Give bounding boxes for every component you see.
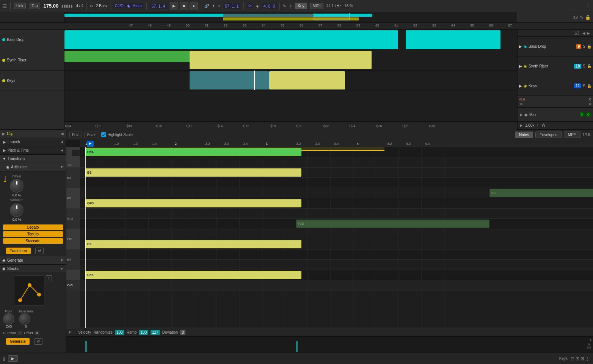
clip-section-1[interactable]: ▶ Clip ◀: [0, 130, 66, 138]
highlight-label: Highlight Scale: [107, 133, 133, 137]
transform-button[interactable]: Transform: [6, 248, 31, 254]
refresh-button[interactable]: ↺: [35, 248, 44, 254]
bars-display[interactable]: 2 Bars: [96, 4, 107, 8]
note-fs3[interactable]: F#3: [296, 220, 489, 228]
key-cs4-black[interactable]: [72, 150, 80, 156]
main-play[interactable]: ▶: [520, 113, 523, 117]
generate-button[interactable]: Generate: [6, 338, 30, 345]
beat-sub-8: [307, 147, 308, 328]
note-cs3[interactable]: C#3: [85, 271, 301, 279]
bottom-icon-4[interactable]: ⋮: [585, 356, 590, 361]
clip-synth-1[interactable]: [64, 51, 209, 62]
rp-keys-play[interactable]: ▶: [519, 84, 522, 88]
vel-collapse-btn[interactable]: ▼: [68, 330, 72, 334]
stacks-header[interactable]: ◉ Stacks ▼: [0, 265, 66, 273]
note-gs3[interactable]: G#3: [85, 199, 301, 207]
staccato-button[interactable]: Staccato: [3, 238, 63, 244]
tap-button[interactable]: Tap: [29, 3, 40, 9]
minimap-content[interactable]: [64, 12, 517, 22]
bottom-icon-1[interactable]: ⊟: [571, 356, 574, 361]
rp-bass-s[interactable]: S: [583, 44, 585, 49]
fold-button[interactable]: Fold: [69, 132, 82, 138]
rp-synth-s[interactable]: S: [583, 64, 585, 68]
select-icon[interactable]: ⊹: [289, 4, 292, 8]
nav-back-icon[interactable]: ◀: [582, 31, 585, 35]
key-ds3-area[interactable]: [66, 270, 80, 280]
stacks-add-button[interactable]: +: [46, 275, 52, 281]
nav-fwd-icon[interactable]: ▶: [587, 31, 590, 35]
clip-synth-riser-main[interactable]: [190, 51, 372, 69]
tenuto-button[interactable]: Tenuto: [3, 231, 63, 237]
note-cs4[interactable]: C#4: [85, 148, 301, 156]
rp-bass-lock[interactable]: 🔒: [587, 44, 591, 49]
set-lock-icon[interactable]: 🔒: [585, 15, 591, 20]
pitch-time-row[interactable]: ▶ Pitch & Time ◀: [0, 146, 66, 155]
clip-bass-drop-2[interactable]: [406, 30, 500, 49]
variation-knob[interactable]: [10, 203, 24, 217]
tab-envelopes[interactable]: Envelopes: [535, 132, 562, 138]
key-e3-area[interactable]: E3: [66, 249, 80, 270]
generate-header[interactable]: ◉ Generate ▼: [0, 256, 66, 265]
hw-w[interactable]: W: [542, 123, 545, 127]
highlight-checkbox[interactable]: [101, 132, 106, 137]
transform-header[interactable]: ▼ Transform: [0, 155, 66, 163]
offset-knob[interactable]: [10, 179, 24, 193]
note-b3[interactable]: B3: [85, 168, 301, 177]
midi-button[interactable]: MIDI: [310, 3, 323, 9]
pr-mark-22: 2.2: [205, 142, 210, 146]
metronome-icon[interactable]: ⊙: [90, 4, 93, 8]
punch-icon[interactable]: ✦: [212, 4, 215, 8]
link-button[interactable]: Link: [14, 3, 26, 9]
bottom-icon-3[interactable]: ⊠: [580, 356, 584, 361]
loop-icon[interactable]: ⟳: [247, 3, 253, 8]
time-sig[interactable]: 4 / 4: [76, 4, 83, 8]
pencil-icon[interactable]: ✎: [283, 4, 286, 8]
scale-button[interactable]: Scale: [84, 132, 99, 138]
key-as3-area[interactable]: A3: [66, 188, 80, 209]
articulate-header[interactable]: ◉ Articulate ▼: [0, 163, 66, 171]
info-icon[interactable]: ℹ: [3, 356, 5, 362]
tab-notes[interactable]: Notes: [515, 132, 533, 138]
rp-keys-lock[interactable]: 🔒: [587, 84, 591, 88]
transport-pos2: 57. 1. 1: [223, 3, 240, 9]
track-empty-area: [64, 91, 517, 121]
launch-row[interactable]: ▶ Launch ◀: [0, 138, 66, 146]
rp-bass-play[interactable]: ▶: [519, 44, 522, 49]
set-edit-icon[interactable]: ✎: [580, 15, 584, 20]
pr-mark-24: 2.4: [243, 142, 248, 146]
bottom-icon-2[interactable]: ⊞: [576, 356, 579, 361]
key-fs3-area[interactable]: F#3: [66, 229, 80, 249]
extra-icon[interactable]: ○: [218, 4, 220, 8]
rp-synth-lock[interactable]: 🔒: [587, 64, 591, 68]
key-scale-display[interactable]: C#/D♭ ◉ Minor: [113, 3, 143, 8]
tab-mpe[interactable]: MPE: [564, 132, 580, 138]
minimap-row: Set ✎ 🔒: [0, 12, 593, 23]
loop-button[interactable]: 🔗: [204, 4, 209, 8]
clip-keys-yellow[interactable]: [269, 71, 345, 89]
rp-keys-s[interactable]: S: [583, 84, 585, 88]
key-c3-area[interactable]: C#3: [66, 280, 80, 290]
extra-icon2[interactable]: ◈: [256, 4, 259, 8]
note-e3[interactable]: E3: [85, 240, 301, 248]
clip-bass-drop-main[interactable]: [64, 30, 398, 49]
play-button[interactable]: ▶: [170, 2, 178, 10]
key-b3[interactable]: B3: [66, 168, 80, 188]
legato-button[interactable]: Legato: [3, 224, 63, 230]
root-knob[interactable]: [3, 313, 14, 325]
hamburger-icon[interactable]: ☰: [2, 3, 7, 9]
play-bottom-btn[interactable]: ▶: [8, 355, 18, 362]
bpm-display[interactable]: 175.00: [43, 3, 58, 9]
record-button[interactable]: ●: [190, 2, 198, 10]
pr-mark-34: 3.4: [334, 142, 339, 146]
key-button[interactable]: Key: [295, 3, 307, 9]
note-a3-right[interactable]: A3: [489, 189, 593, 197]
inversion-label: Inversion: [19, 309, 33, 313]
pr-grid[interactable]: C#4 B3 A3 G#3: [80, 147, 593, 328]
inversion-knob[interactable]: [19, 313, 30, 325]
clip-keys-teal[interactable]: [190, 71, 269, 89]
key-gs3-area[interactable]: G#3: [66, 209, 80, 229]
generate-refresh-button[interactable]: ↺: [34, 338, 42, 345]
stop-button[interactable]: ■: [180, 2, 188, 10]
hw-h[interactable]: H: [537, 123, 539, 127]
rp-synth-play[interactable]: ▶: [519, 64, 522, 68]
